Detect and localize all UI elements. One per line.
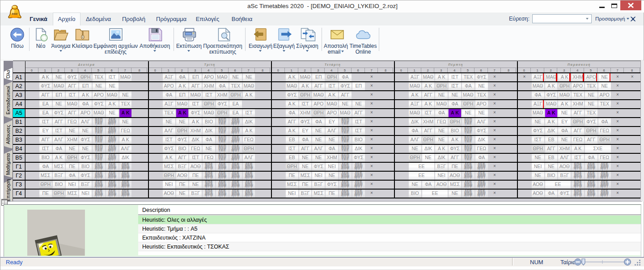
svg-text:asc: asc <box>12 12 18 16</box>
